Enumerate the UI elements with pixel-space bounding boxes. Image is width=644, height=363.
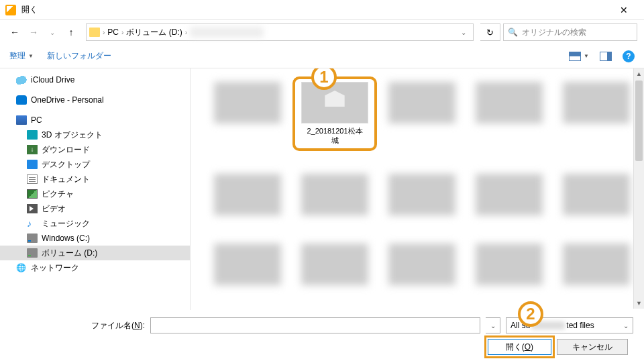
- view-menu[interactable]: ▼: [569, 52, 589, 61]
- sidebar-item[interactable]: ドキュメント: [0, 172, 190, 187]
- file-item[interactable]: [211, 82, 284, 146]
- file-item[interactable]: [298, 174, 372, 215]
- sidebar-item-label: ネットワーク: [31, 262, 79, 274]
- sidebar-item[interactable]: ピクチャ: [0, 187, 190, 201]
- cancel-button[interactable]: キャンセル: [557, 339, 628, 355]
- chevron-right-icon: ›: [121, 29, 123, 36]
- crumb-pc[interactable]: PC: [107, 28, 119, 37]
- search-placeholder: オリジナルの検索: [522, 27, 586, 38]
- sidebar-item[interactable]: PC: [0, 113, 190, 127]
- file-item[interactable]: 2_20181201松本城: [298, 82, 372, 146]
- file-item[interactable]: [472, 244, 546, 285]
- forward-button[interactable]: →: [25, 24, 42, 40]
- navbar: ← → ⌄ ↑ › PC › ボリューム (D:) › ⌄ ↻ 🔍 オリジナルの…: [0, 20, 644, 44]
- file-item[interactable]: [385, 244, 459, 285]
- sidebar-item-label: ボリューム (D:): [42, 248, 97, 259]
- sidebar-item[interactable]: 🌐ネットワーク: [0, 260, 190, 275]
- filename-label: ファイル名(N):: [91, 320, 145, 331]
- pc-icon: [16, 115, 27, 125]
- breadcrumb-dropdown[interactable]: ⌄: [457, 29, 470, 36]
- open-button[interactable]: 開く(O): [488, 339, 551, 355]
- body: iCloud DriveOneDrive - PersonalPC3D オブジェ…: [0, 68, 644, 310]
- recent-dropdown[interactable]: ⌄: [44, 24, 60, 40]
- refresh-button[interactable]: ↻: [480, 23, 500, 41]
- file-thumbnail: [388, 174, 455, 215]
- file-thumbnail: [563, 174, 630, 215]
- file-label: 2_20181201松本城: [305, 126, 365, 146]
- 3d-icon: [27, 130, 38, 140]
- downloads-icon: [27, 145, 38, 154]
- new-folder-button[interactable]: 新しいフォルダー: [47, 50, 111, 62]
- view-icon: [569, 52, 581, 61]
- file-thumbnail: [563, 82, 630, 123]
- file-thumbnail: [214, 244, 281, 285]
- file-item[interactable]: [472, 82, 546, 146]
- help-button[interactable]: ?: [623, 50, 635, 62]
- docs-icon: [27, 174, 38, 184]
- file-thumbnail: [301, 244, 368, 285]
- chevron-down-icon: ▼: [28, 53, 34, 59]
- sidebar-item[interactable]: iCloud Drive: [0, 72, 190, 87]
- file-thumbnail: [476, 82, 543, 123]
- sidebar-item[interactable]: ♪ミュージック: [0, 216, 190, 231]
- sidebar-item[interactable]: ダウンロード: [0, 142, 190, 157]
- sidebar-item-label: ダウンロード: [42, 144, 90, 156]
- titlebar: 開く ✕: [0, 0, 644, 20]
- drive-icon: [27, 248, 38, 258]
- toolbar: 整理 ▼ 新しいフォルダー ▼ ?: [0, 44, 644, 68]
- music-icon: ♪: [27, 219, 38, 228]
- filename-input[interactable]: [150, 317, 480, 333]
- file-thumbnail: [301, 174, 368, 215]
- file-thumbnail: [476, 244, 543, 285]
- preview-pane-button[interactable]: [600, 52, 612, 61]
- close-button[interactable]: ✕: [609, 0, 639, 20]
- sidebar-item-label: デスクトップ: [42, 159, 90, 170]
- file-thumbnail: [388, 82, 455, 123]
- sidebar-item[interactable]: ボリューム (D:): [0, 246, 190, 260]
- sidebar-item[interactable]: OneDrive - Personal: [0, 93, 190, 107]
- file-grid[interactable]: 1 2_20181201松本城: [191, 68, 644, 310]
- up-button[interactable]: ↑: [63, 24, 79, 40]
- file-item[interactable]: [211, 174, 284, 215]
- sidebar-item[interactable]: デスクトップ: [0, 157, 190, 172]
- crumb-volume-d[interactable]: ボリューム (D:): [126, 27, 182, 38]
- scroll-up-icon[interactable]: ▲: [634, 68, 644, 79]
- chevron-right-icon: ›: [185, 29, 187, 36]
- sidebar-item[interactable]: ビデオ: [0, 201, 190, 216]
- file-thumbnail: [476, 174, 543, 215]
- sidebar-item-label: ドキュメント: [42, 174, 90, 185]
- desktop-icon: [27, 160, 38, 169]
- file-item[interactable]: [385, 174, 459, 215]
- sidebar-item-label: iCloud Drive: [31, 75, 74, 85]
- chevron-right-icon: ›: [103, 29, 105, 36]
- sidebar-item-label: 3D オブジェクト: [42, 129, 103, 141]
- callout-2: 2: [518, 301, 543, 327]
- filename-dropdown[interactable]: ⌄: [486, 317, 500, 333]
- file-item[interactable]: [559, 82, 633, 146]
- onedrive-icon: [16, 95, 27, 105]
- file-item[interactable]: [472, 174, 546, 215]
- file-item[interactable]: [559, 244, 633, 285]
- scroll-thumb[interactable]: [635, 81, 643, 161]
- file-item[interactable]: [385, 82, 459, 146]
- organize-menu[interactable]: 整理 ▼: [9, 50, 34, 62]
- sidebar-item-label: PC: [31, 115, 42, 125]
- scrollbar[interactable]: ▲ ▼: [633, 68, 644, 309]
- file-thumbnail: [214, 82, 281, 123]
- sidebar-item-label: ビデオ: [42, 203, 66, 215]
- cloud-icon: [16, 75, 27, 85]
- crumb-redacted: [190, 27, 264, 38]
- file-item[interactable]: [298, 244, 372, 285]
- file-item[interactable]: [559, 174, 633, 215]
- breadcrumb[interactable]: › PC › ボリューム (D:) › ⌄: [86, 23, 474, 41]
- folder-icon: [89, 28, 100, 37]
- back-button[interactable]: ←: [7, 24, 23, 40]
- scroll-down-icon[interactable]: ▼: [634, 298, 644, 309]
- sidebar-item[interactable]: Windows (C:): [0, 231, 190, 246]
- file-item[interactable]: [211, 244, 284, 285]
- sidebar-item[interactable]: 3D オブジェクト: [0, 127, 190, 142]
- search-input[interactable]: 🔍 オリジナルの検索: [503, 23, 637, 41]
- network-icon: 🌐: [16, 263, 27, 272]
- footer: 2 ファイル名(N): ⌄ All su ted files ⌄ 開く(O) キ…: [0, 311, 644, 363]
- chevron-down-icon: ▼: [584, 53, 589, 59]
